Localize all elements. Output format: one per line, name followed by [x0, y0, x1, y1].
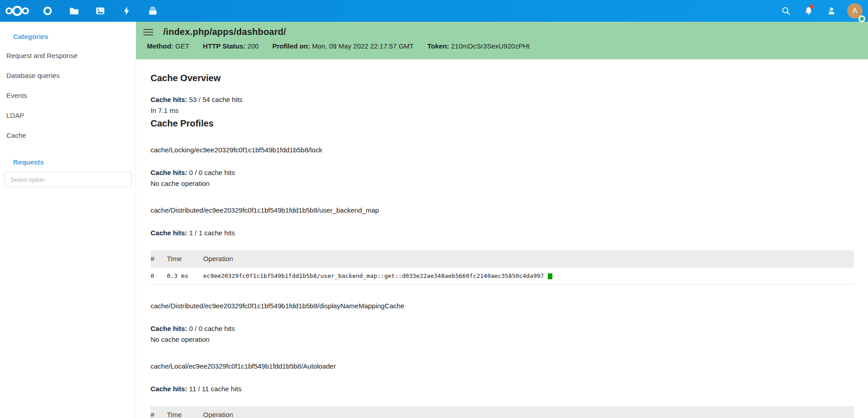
contacts-icon [826, 6, 836, 16]
meta-profiled-on: Profiled on: Mon, 09 May 2022 22:17:57 G… [272, 42, 414, 50]
cache-operations-table: # Time Operation 0 0.3 ms ec9ee20329fc0f… [151, 250, 854, 285]
cache-profile-hits: Cache hits: 0 / 0 cache hits [151, 167, 854, 178]
cache-profile: cache/Local/ec9ee20329fc0f1c1bf549b1fdd1… [151, 362, 854, 418]
request-path-title: /index.php/apps/dashboard/ [163, 27, 286, 37]
col-operation: Operation [203, 406, 854, 418]
cache-profile: cache/Locking/ec9ee20329fc0f1c1bf549b1fd… [151, 146, 854, 189]
overview-duration: In 7.1 ms [151, 105, 854, 116]
table-header-row: # Time Operation [151, 250, 854, 267]
categories-heading: Categories [13, 33, 136, 40]
contacts-button[interactable] [820, 0, 843, 22]
request-meta: Method: GET HTTP Status: 200 Profiled on… [147, 42, 868, 50]
sidebar-item-database-queries[interactable]: Database queries [0, 66, 136, 86]
operation-index: 0 [151, 267, 167, 285]
col-index: # [151, 406, 167, 418]
operation-cell: ec9ee20329fc0f1c1bf549b1fdd1b5b8/user_ba… [203, 267, 854, 285]
search-icon [781, 6, 791, 16]
cache-hit-indicator-icon [548, 273, 552, 279]
cache-profiles-list: cache/Locking/ec9ee20329fc0f1c1bf549b1fd… [151, 146, 854, 418]
cache-profile-name: cache/Locking/ec9ee20329fc0f1c1bf549b1fd… [151, 146, 854, 155]
request-select-input[interactable] [5, 172, 132, 187]
online-status-icon [858, 15, 865, 22]
notification-badge [810, 5, 814, 9]
col-time: Time [167, 406, 203, 418]
nextcloud-profiler-app: A Categories Request and Response Databa… [0, 0, 868, 418]
sidebar-item-events[interactable]: Events [0, 86, 136, 106]
search-button[interactable] [775, 0, 797, 22]
menu-toggle-button[interactable] [142, 27, 154, 37]
cache-profile-name: cache/Local/ec9ee20329fc0f1c1bf549b1fdd1… [151, 362, 854, 371]
topbar-user-menu: A [775, 0, 868, 22]
sidebar-item-request-and-response[interactable]: Request and Response [0, 46, 136, 66]
request-header: /index.php/apps/dashboard/ Method: GET H… [136, 22, 868, 59]
cache-profile: cache/Distributed/ec9ee20329fc0f1c1bf549… [151, 301, 854, 345]
app-icon-deck[interactable] [140, 0, 166, 22]
topbar: A [0, 0, 868, 22]
meta-method: Method: GET [147, 42, 189, 50]
cache-operation-row: 0 0.3 ms ec9ee20329fc0f1c1bf549b1fdd1b5b… [151, 267, 854, 285]
meta-http-status: HTTP Status: 200 [203, 42, 258, 50]
cache-profile-hits: Cache hits: 11 / 11 cache hits [151, 384, 854, 394]
app-icon-files[interactable] [61, 0, 87, 22]
no-cache-operation-text: No cache operation [151, 178, 854, 189]
topbar-app-menu [0, 0, 166, 22]
sidebar-item-cache[interactable]: Cache [0, 126, 136, 146]
no-cache-operation-text: No cache operation [151, 334, 854, 345]
categories-nav: Request and Response Database queries Ev… [0, 46, 136, 146]
app-icon-dashboard[interactable] [34, 0, 61, 22]
cache-profiles-heading: Cache Profiles [151, 118, 854, 129]
app-icon-photos[interactable] [87, 0, 113, 22]
cache-profile: cache/Distributed/ec9ee20329fc0f1c1bf549… [151, 206, 854, 285]
col-operation: Operation [203, 250, 854, 267]
table-header-row: # Time Operation [151, 406, 854, 418]
col-index: # [151, 250, 167, 267]
nextcloud-logo-icon[interactable] [0, 0, 34, 22]
cache-profile-name: cache/Distributed/ec9ee20329fc0f1c1bf549… [151, 301, 854, 311]
meta-token: Token: 210mDcSr3SexU920zPHt [427, 42, 530, 50]
sidebar: Categories Request and Response Database… [0, 22, 136, 418]
cache-overview-heading: Cache Overview [151, 73, 854, 83]
cache-profile-hits: Cache hits: 0 / 0 cache hits [151, 323, 854, 334]
operation-text: ec9ee20329fc0f1c1bf549b1fdd1b5b8/user_ba… [203, 272, 544, 279]
requests-heading: Requests [13, 158, 136, 166]
overview-cache-hits: Cache hits: 53 / 54 cache hits [151, 94, 854, 105]
avatar[interactable]: A [847, 3, 863, 19]
main-panel: /index.php/apps/dashboard/ Method: GET H… [136, 22, 868, 418]
cache-content: Cache Overview Cache hits: 53 / 54 cache… [136, 59, 868, 418]
cache-operations-table: # Time Operation 0 0.1 ms ec9ee20329fc0f… [151, 406, 854, 418]
cache-profile-name: cache/Distributed/ec9ee20329fc0f1c1bf549… [151, 206, 854, 215]
avatar-letter: A [852, 6, 857, 15]
sidebar-item-ldap[interactable]: LDAP [0, 106, 136, 126]
app-icon-activity[interactable] [113, 0, 140, 22]
operation-time: 0.3 ms [167, 267, 203, 285]
app-shell: Categories Request and Response Database… [0, 22, 868, 418]
notifications-button[interactable] [797, 0, 820, 22]
col-time: Time [167, 250, 203, 267]
cache-profile-hits: Cache hits: 1 / 1 cache hits [151, 228, 854, 238]
